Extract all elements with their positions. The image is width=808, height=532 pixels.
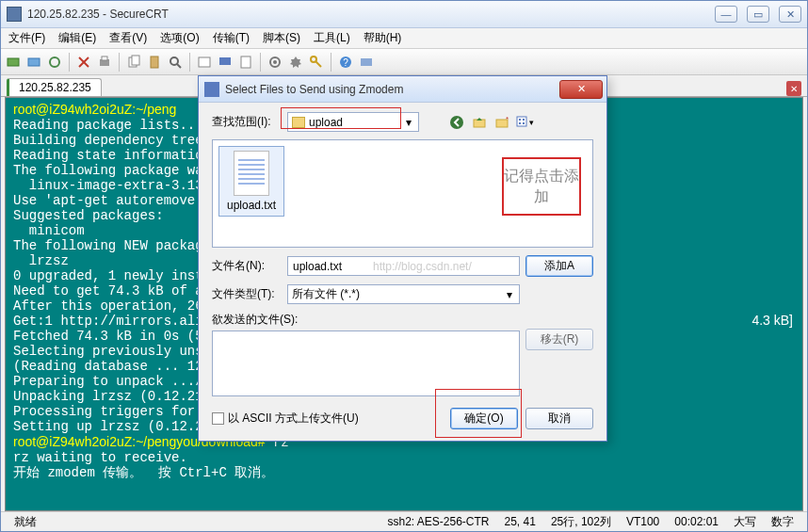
- svg-rect-29: [519, 122, 521, 124]
- tool-options-icon[interactable]: [287, 54, 304, 71]
- cancel-button[interactable]: 取消: [525, 408, 593, 429]
- file-item-name: upload.txt: [227, 199, 276, 212]
- dialog-titlebar: Select Files to Send using Zmodem ✕: [199, 76, 606, 103]
- annotation-hint: 记得点击添加: [502, 157, 581, 216]
- svg-line-18: [315, 61, 321, 67]
- back-icon[interactable]: [447, 113, 466, 132]
- svg-rect-0: [8, 58, 19, 66]
- menu-edit[interactable]: 编辑(E): [58, 30, 96, 46]
- file-thumb-icon: [234, 151, 269, 196]
- svg-rect-1: [28, 58, 40, 66]
- up-folder-icon[interactable]: [470, 113, 489, 132]
- window-title: 120.25.82.235 - SecureCRT: [27, 8, 715, 21]
- svg-text:?: ?: [343, 57, 348, 68]
- terminal-right-fragment: 4.3 kB]: [751, 313, 793, 328]
- tool-screen-icon[interactable]: [217, 54, 234, 71]
- tool-disconnect-icon[interactable]: [75, 54, 92, 71]
- menu-transfer[interactable]: 传输(T): [213, 30, 250, 46]
- maximize-button[interactable]: ▭: [747, 6, 769, 23]
- tool-paste-icon[interactable]: [146, 54, 163, 71]
- add-button[interactable]: 添加A: [525, 255, 593, 277]
- svg-rect-27: [519, 119, 521, 121]
- tool-help-icon[interactable]: ?: [337, 54, 354, 71]
- svg-rect-12: [199, 57, 210, 67]
- file-pane[interactable]: upload.txt 记得点击添加: [212, 139, 593, 248]
- status-term: VT100: [626, 515, 659, 528]
- filename-value: upload.txt: [293, 260, 342, 273]
- svg-point-2: [50, 57, 59, 67]
- tool-copy-icon[interactable]: [125, 54, 142, 71]
- app-icon: [7, 7, 22, 22]
- ok-button[interactable]: 确定(O): [450, 408, 518, 429]
- ascii-checkbox[interactable]: [212, 412, 224, 425]
- svg-text:*: *: [506, 115, 509, 123]
- statusbar: 就绪 ssh2: AES-256-CTR 25, 41 25行, 102列 VT…: [1, 511, 807, 531]
- tosend-listbox[interactable]: [212, 330, 520, 396]
- toolbar: ?: [1, 49, 807, 75]
- tool-connect-icon[interactable]: [5, 54, 22, 71]
- menu-file[interactable]: 文件(F): [8, 30, 45, 46]
- chevron-down-icon[interactable]: ▾: [503, 288, 516, 301]
- folder-icon: [292, 117, 305, 128]
- menu-view[interactable]: 查看(V): [109, 30, 147, 46]
- filetype-value: 所有文件 (*.*): [292, 286, 360, 302]
- status-caps: 大写: [734, 514, 756, 530]
- tool-settings-icon[interactable]: [267, 54, 283, 71]
- menu-help[interactable]: 帮助(H): [364, 30, 402, 46]
- file-item[interactable]: upload.txt: [218, 146, 284, 217]
- close-button[interactable]: ✕: [779, 6, 801, 23]
- tab-close-icon[interactable]: ✕: [786, 81, 801, 96]
- chevron-down-icon[interactable]: ▾: [402, 116, 415, 129]
- dialog-close-button[interactable]: ✕: [559, 80, 603, 99]
- svg-rect-9: [151, 56, 158, 68]
- tool-about-icon[interactable]: [358, 54, 375, 71]
- filename-input[interactable]: upload.txt http://blog.csdn.net/: [287, 256, 520, 276]
- view-menu-icon[interactable]: ▾: [515, 113, 534, 132]
- status-time: 00:02:01: [674, 515, 719, 528]
- lookin-label: 查找范围(I):: [212, 114, 282, 130]
- tool-find-icon[interactable]: [167, 54, 184, 71]
- tool-quick-icon[interactable]: [25, 54, 42, 71]
- filetype-label: 文件类型(T):: [212, 286, 282, 302]
- remove-button[interactable]: 移去(R): [525, 329, 593, 350]
- tosend-label: 欲发送的文件(S):: [212, 312, 520, 328]
- status-ready: 就绪: [14, 514, 37, 530]
- dialog-title: Select Files to Send using Zmodem: [225, 83, 559, 96]
- menu-script[interactable]: 脚本(S): [263, 30, 300, 46]
- dialog-icon: [204, 82, 219, 97]
- svg-rect-13: [219, 57, 231, 65]
- session-tab-label: 120.25.82.235: [19, 81, 91, 94]
- svg-rect-23: [474, 120, 485, 127]
- svg-rect-30: [523, 122, 525, 124]
- tool-log-icon[interactable]: [237, 54, 254, 71]
- svg-rect-28: [523, 119, 525, 121]
- svg-rect-8: [132, 56, 139, 65]
- tool-key-icon[interactable]: [308, 54, 325, 71]
- lookin-combo[interactable]: upload ▾: [287, 112, 419, 132]
- menu-tools[interactable]: 工具(L): [314, 30, 350, 46]
- new-folder-icon[interactable]: *: [493, 113, 511, 132]
- filetype-combo[interactable]: 所有文件 (*.*) ▾: [287, 284, 520, 304]
- status-proto: ssh2: AES-256-CTR: [387, 515, 489, 528]
- status-num: 数字: [771, 514, 794, 530]
- svg-point-22: [450, 116, 463, 129]
- tool-print-icon[interactable]: [96, 54, 113, 71]
- filename-label: 文件名(N):: [212, 258, 282, 274]
- svg-line-11: [177, 64, 181, 68]
- session-tab[interactable]: 120.25.82.235: [7, 78, 102, 96]
- svg-rect-21: [361, 58, 372, 66]
- ascii-label: 以 ASCII 方式上传文件(U): [228, 411, 359, 427]
- minimize-button[interactable]: —: [715, 6, 737, 23]
- titlebar: 120.25.82.235 - SecureCRT — ▭ ✕: [1, 1, 807, 28]
- menu-options[interactable]: 选项(O): [160, 30, 199, 46]
- watermark: http://blog.csdn.net/: [373, 260, 472, 273]
- zmodem-dialog: Select Files to Send using Zmodem ✕ 查找范围…: [198, 75, 607, 442]
- menubar: 文件(F) 编辑(E) 查看(V) 选项(O) 传输(T) 脚本(S) 工具(L…: [1, 28, 807, 49]
- svg-rect-6: [102, 56, 107, 60]
- status-size: 25行, 102列: [551, 514, 611, 530]
- svg-rect-26: [517, 117, 526, 126]
- svg-point-16: [273, 60, 277, 64]
- svg-rect-14: [241, 56, 250, 68]
- tool-session-icon[interactable]: [196, 54, 213, 71]
- tool-reconnect-icon[interactable]: [46, 54, 63, 71]
